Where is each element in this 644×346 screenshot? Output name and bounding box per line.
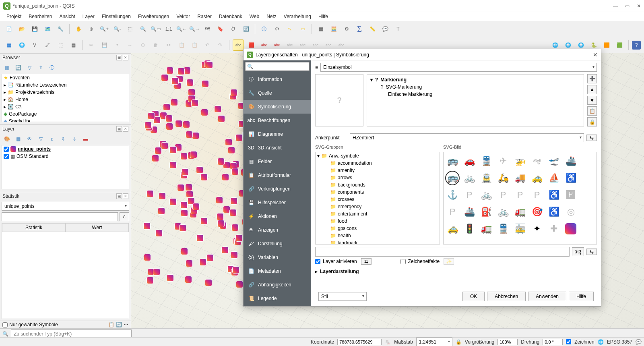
svg-image-grid[interactable]: 🚌🚗🚆✈🚁🛩🛫🚢🚌🚲🚊🛵🚚🚕⛵♿⚓P🚲PPP♿🅿P🚢⛽🚲🚛🎯♿◎🚕🚦🚛🚆🚋✦✚ xyxy=(443,152,597,244)
menu-hilfe[interactable]: Hilfe xyxy=(315,12,331,21)
sidebar-item-felder[interactable]: ▦Felder xyxy=(244,155,311,168)
zoom-next-icon[interactable]: 🔍→ xyxy=(189,23,200,35)
data-source-manager-icon[interactable]: ▦ xyxy=(3,39,14,51)
svg-group-accommodation[interactable]: 📁accommodation xyxy=(316,160,440,167)
sidebar-item-verknüpfungen[interactable]: 🔗Verknüpfungen xyxy=(244,182,311,196)
anchor-override-button[interactable]: ⇆ xyxy=(586,135,597,141)
anchor-combo[interactable]: HZentriert xyxy=(350,133,584,142)
field-calculator-icon[interactable]: 🧮 xyxy=(328,23,339,35)
node-tool-icon[interactable]: ⬡ xyxy=(137,39,149,51)
menu-datenbank[interactable]: Datenbank xyxy=(216,12,246,21)
new-shapefile-icon[interactable]: V xyxy=(29,39,40,51)
sb-zoom-input[interactable] xyxy=(497,339,518,345)
stat-refresh-icon[interactable]: 🔄 xyxy=(116,322,122,327)
filter-browser-icon[interactable]: ▽ xyxy=(25,63,34,72)
browser-lesezeichen[interactable]: Räumliche Lesezeichen xyxy=(15,82,66,88)
menu-erweiterungen[interactable]: Erweiterungen xyxy=(135,12,172,21)
open-project-icon[interactable]: 📂 xyxy=(16,23,27,35)
sidebar-item-quelle[interactable]: 🔧Quelle xyxy=(244,86,311,100)
svg-group-food[interactable]: 📁food xyxy=(316,218,440,225)
sb-extents-icon[interactable]: 🐁 xyxy=(385,339,391,345)
minimize-button[interactable]: — xyxy=(613,3,618,9)
undo-icon[interactable]: ↶ xyxy=(202,39,213,51)
sidebar-item-abhängigkeiten[interactable]: 🔗Abhängigkeiten xyxy=(244,278,311,292)
svg-thumb-28[interactable]: 🚛 xyxy=(513,205,527,219)
collapse-all-icon[interactable]: ⇑ xyxy=(36,63,45,72)
deselect-icon[interactable]: ▭ xyxy=(297,23,308,35)
layer-activate-checkbox[interactable] xyxy=(315,259,320,264)
svg-group-crosses[interactable]: 📁crosses xyxy=(316,196,440,203)
dialog-search-input[interactable] xyxy=(245,62,310,71)
svg-thumb-12[interactable]: 🚚 xyxy=(513,171,527,185)
cancel-button[interactable]: Abbrechen xyxy=(487,292,526,301)
add-layer-icon[interactable]: ▦ xyxy=(2,63,11,72)
svg-thumb-39[interactable] xyxy=(564,222,578,236)
delete-selected-icon[interactable]: 🗑 xyxy=(150,39,161,51)
layers-tree[interactable]: unique_points ▦OSM Standard xyxy=(2,145,129,189)
help-button[interactable]: Hilfe xyxy=(569,292,594,301)
svg-thumb-2[interactable]: 🚆 xyxy=(479,154,493,168)
add-symbol-layer-button[interactable]: ➕ xyxy=(587,74,597,83)
menu-einstellungen[interactable]: Einstellungen xyxy=(99,12,134,21)
sidebar-item-legende[interactable]: 📜Legende xyxy=(244,292,311,305)
svg-path-input[interactable] xyxy=(315,247,570,257)
svg-group-health[interactable]: 📁health xyxy=(316,232,440,239)
save-edits-icon[interactable]: 💾 xyxy=(99,39,110,51)
sidebar-item-symbolisierung[interactable]: 🎨Symbolisierung xyxy=(244,100,311,114)
zoom-last-icon[interactable]: 🔍← xyxy=(176,23,187,35)
sidebar-item-information[interactable]: ⓘInformation xyxy=(244,73,311,86)
expression-button[interactable]: ε xyxy=(120,212,129,221)
map-tips-icon[interactable]: 💬 xyxy=(380,23,391,35)
svg-thumb-17[interactable]: P xyxy=(462,188,477,202)
svg-group-amenity[interactable]: 📁amenity xyxy=(316,167,440,174)
statistics-icon[interactable]: Σ xyxy=(354,23,365,35)
zoom-layer-icon[interactable]: 1:1 xyxy=(163,23,174,35)
actions-icon[interactable]: ⚙ xyxy=(271,23,283,35)
new-bookmark-icon[interactable]: 🔖 xyxy=(215,23,226,35)
svg-thumb-22[interactable]: ♿ xyxy=(547,188,561,202)
svg-thumb-21[interactable]: P xyxy=(530,188,544,202)
stat-menu-icon[interactable]: ⋯ xyxy=(124,322,128,327)
properties-icon[interactable]: ⓘ xyxy=(47,63,56,72)
browser-favoriten[interactable]: Favoriten xyxy=(10,75,30,81)
sidebar-item-hilfsspeicher[interactable]: 💾Hilfsspeicher xyxy=(244,196,311,209)
svg-group-backgrounds[interactable]: 📁backgrounds xyxy=(316,181,440,189)
svg-override-button[interactable]: ⇆ xyxy=(586,249,597,255)
browser-tree[interactable]: ★Favoriten ▸📑Räumliche Lesezeichen ▸📁Pro… xyxy=(2,74,129,122)
dialog-close-icon[interactable]: ✕ xyxy=(593,52,598,58)
new-mesh-icon[interactable]: ▦ xyxy=(68,39,79,51)
symbol-svg-marker[interactable]: SVG-Markierung xyxy=(386,84,422,90)
svg-thumb-10[interactable]: 🚊 xyxy=(479,171,493,185)
pan-to-selection-icon[interactable]: ⊕ xyxy=(86,23,97,35)
svg-thumb-34[interactable]: 🚛 xyxy=(479,222,493,236)
svg-thumb-14[interactable]: ⛵ xyxy=(547,171,561,185)
draw-effects-button[interactable]: ✨ xyxy=(444,258,454,265)
edit-toggle-icon[interactable]: ✏ xyxy=(86,39,97,51)
sidebar-item-diagramme[interactable]: 📊Diagramme xyxy=(244,127,311,141)
zoom-native-icon[interactable]: ⬚ xyxy=(124,23,136,35)
help-icon[interactable]: ? xyxy=(632,41,641,50)
browser-spatialite[interactable]: SpatiaLite xyxy=(9,118,30,122)
annotation-icon[interactable]: T xyxy=(392,23,404,35)
move-up-button[interactable]: ▼ xyxy=(587,96,597,105)
svg-thumb-15[interactable]: ♿ xyxy=(564,171,578,185)
svg-group-landmark[interactable]: 📁landmark xyxy=(316,239,440,244)
collapse-icon[interactable]: ⇓ xyxy=(70,135,79,143)
measure-icon[interactable]: 📏 xyxy=(367,23,378,35)
svg-thumb-5[interactable]: 🛩 xyxy=(530,154,544,168)
svg-thumb-7[interactable]: 🚢 xyxy=(564,154,578,168)
close-button[interactable]: ✕ xyxy=(637,3,641,9)
statistik-layer-combo[interactable]: unique_points xyxy=(2,202,129,211)
menu-web[interactable]: Web xyxy=(246,12,262,21)
browser-undock-icon[interactable]: ▣ xyxy=(116,55,122,60)
svg-thumb-13[interactable]: 🚕 xyxy=(530,171,544,185)
sidebar-item-metadaten[interactable]: 📄Metadaten xyxy=(244,264,311,278)
plugin2-icon[interactable]: 🟩 xyxy=(614,39,625,51)
ok-button[interactable]: OK xyxy=(462,292,485,301)
menu-ansicht[interactable]: Ansicht xyxy=(56,12,78,21)
expression-filter-icon[interactable]: ε xyxy=(47,135,56,143)
sidebar-item-beschriftungen[interactable]: abcBeschriftungen xyxy=(244,114,311,127)
sb-rotation-input[interactable] xyxy=(543,339,563,345)
save-project-icon[interactable]: 💾 xyxy=(29,23,40,35)
svg-thumb-6[interactable]: 🛫 xyxy=(547,154,561,168)
